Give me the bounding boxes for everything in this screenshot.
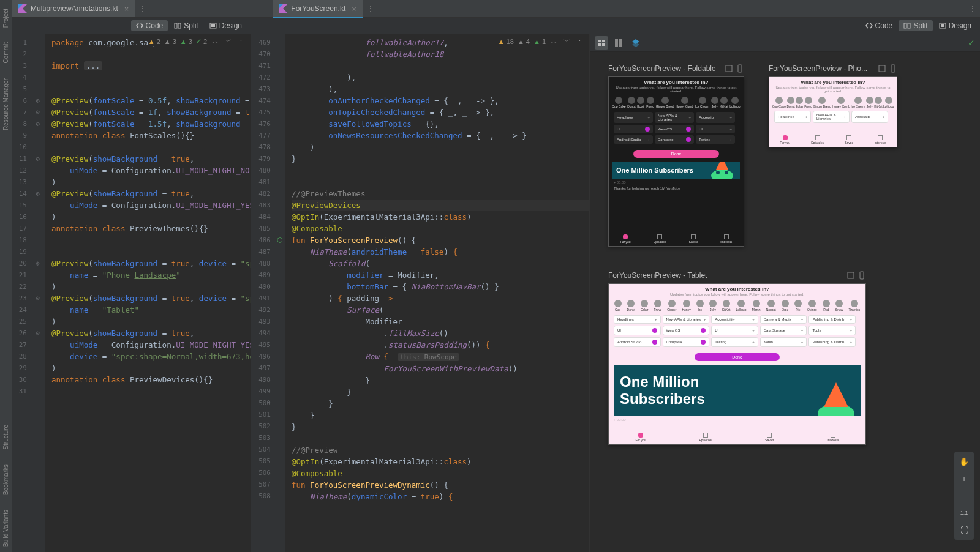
preview-title: ForYouScreenPreview - Tablet (608, 271, 707, 280)
preview-title: ForYouScreenPreview - Foldable (608, 64, 716, 73)
zoom-out-icon[interactable]: − (957, 488, 971, 503)
viewmode-code-right[interactable]: Code (861, 20, 898, 31)
svg-rect-13 (619, 39, 622, 47)
svg-marker-25 (824, 382, 848, 407)
animation-icon[interactable] (878, 64, 886, 73)
more-icon[interactable]: ⋮ (236, 37, 246, 45)
svg-rect-5 (178, 23, 181, 28)
rail-resource-manager[interactable]: Resource Manager (1, 73, 10, 135)
pan-tool-icon[interactable] (595, 36, 608, 50)
svg-point-16 (711, 170, 733, 179)
pan-hand-icon[interactable]: ✋ (957, 454, 971, 469)
viewmode-split[interactable]: Split (169, 20, 203, 31)
viewmode-code[interactable]: Code (131, 20, 168, 31)
preview-title: ForYouScreenPreview - Pho... (769, 64, 867, 73)
animation-icon[interactable] (846, 271, 855, 280)
svg-rect-20 (879, 65, 885, 72)
svg-rect-14 (726, 65, 732, 72)
code-area-middle[interactable]: follwableAuthor17, follwableAuthor18 ), … (285, 34, 589, 552)
svg-point-17 (716, 171, 720, 174)
editor-pane-left: Code Split Design 12345678910111213141 (12, 18, 251, 552)
tab-foryou-screen[interactable]: ForYouScreen.kt × (273, 0, 363, 17)
viewmode-design[interactable]: Design (205, 20, 247, 31)
device-icon[interactable] (889, 64, 897, 73)
rail-commit[interactable]: Commit (1, 37, 10, 68)
layers-icon[interactable] (629, 36, 643, 50)
device-preview-foldable[interactable]: What are you interested in? Updates from… (608, 76, 744, 247)
device-icon[interactable] (858, 271, 866, 280)
zoom-controls: ✋ + − 1:1 ⛶ (954, 452, 974, 540)
svg-rect-22 (848, 272, 854, 278)
zoom-ratio[interactable]: 1:1 (957, 505, 971, 520)
svg-rect-23 (860, 272, 864, 279)
tab-overflow-middle[interactable]: ⋮ (363, 0, 378, 17)
tab-label: MultipreviewAnnotations.kt (31, 4, 118, 13)
code-area-left[interactable]: package com.google.sample import ... @Pr… (45, 34, 251, 552)
rail-project[interactable]: Project (1, 4, 10, 32)
viewmode-design-right[interactable]: Design (934, 20, 976, 31)
animation-icon[interactable] (725, 64, 733, 73)
editor-tabbar: MultipreviewAnnotations.kt × ⋮ ForYouScr… (12, 0, 980, 18)
gutter-icons[interactable]: ⚙⚙⚙ ⚙ ⚙ ⚙ ⚙ ⚙ (31, 34, 45, 552)
gutter-icons-mid[interactable]: ⬡ (274, 34, 285, 552)
svg-marker-19 (716, 162, 728, 170)
chevron-down-icon[interactable]: ﹀ (562, 37, 571, 46)
line-gutter[interactable]: 1234567891011121314151617181920212223242… (12, 34, 31, 552)
svg-rect-21 (891, 65, 895, 72)
chevron-down-icon[interactable]: ﹀ (224, 37, 233, 46)
kotlin-file-icon (18, 4, 27, 13)
device-preview-phone[interactable]: What are you interested in? Updates from… (769, 76, 897, 147)
tool-window-rail: Project Commit Resource Manager Structur… (0, 0, 12, 552)
rail-bookmarks[interactable]: Bookmarks (1, 460, 10, 500)
line-gutter[interactable]: 4694704714724734744754764774784794804814… (251, 34, 274, 552)
preview-canvas[interactable]: ForYouScreenPreview - Foldable (590, 52, 980, 552)
zoom-fit-icon[interactable]: ⛶ (957, 523, 971, 537)
rail-build-variants[interactable]: Build Variants (1, 505, 10, 552)
tab-overflow-left[interactable]: ⋮ (135, 0, 150, 17)
svg-rect-8 (904, 23, 907, 28)
svg-rect-9 (908, 23, 910, 28)
tab-label: ForYouScreen.kt (291, 4, 345, 13)
svg-point-18 (725, 171, 728, 174)
chevron-up-icon[interactable]: ︿ (549, 37, 559, 46)
device-icon[interactable] (736, 64, 744, 73)
zoom-in-icon[interactable]: + (957, 471, 971, 486)
check-icon: ✓ (968, 38, 975, 48)
tab-multipreview-annotations[interactable]: MultipreviewAnnotations.kt × (12, 0, 135, 17)
inspection-widget[interactable]: ▲18 ▲4 ▲1 ︿ ﹀ ⋮ (498, 37, 584, 46)
tab-overflow-right[interactable]: ⋮ (965, 0, 980, 17)
layout-grid-icon[interactable] (612, 36, 625, 50)
viewmode-split-right[interactable]: Split (899, 20, 932, 31)
svg-rect-12 (615, 39, 618, 47)
kotlin-file-icon (279, 4, 287, 13)
inspection-widget[interactable]: ▲2 ▲3 ▲3 ✓2 ︿ ﹀ ⋮ (148, 37, 246, 46)
device-preview-tablet[interactable]: What are you interested in? Updates from… (608, 283, 866, 445)
preview-panel: ✓ ForYouScreenPreview - Foldable (590, 34, 980, 552)
close-icon[interactable]: × (352, 4, 356, 13)
editor-pane-middle: 4694704714724734744754764774784794804814… (251, 34, 590, 552)
rail-structure[interactable]: Structure (1, 420, 10, 455)
close-icon[interactable]: × (124, 4, 129, 13)
svg-rect-7 (211, 24, 215, 27)
svg-rect-4 (175, 23, 177, 28)
svg-rect-15 (738, 65, 742, 72)
svg-rect-11 (941, 24, 944, 27)
more-icon[interactable]: ⋮ (575, 37, 584, 45)
chevron-up-icon[interactable]: ︿ (211, 37, 220, 46)
